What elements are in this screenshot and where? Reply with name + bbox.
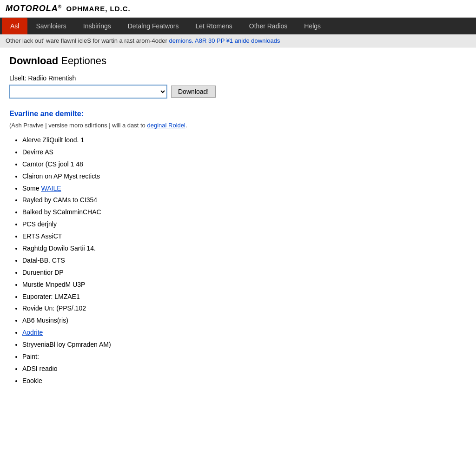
main-content: Download Eeptiones Llselt: Radiio Rmenti… [0,47,476,395]
nav-item-asl[interactable]: Asl [2,18,27,34]
page-subtitle: Eeptiones [61,55,106,66]
feature-item: Aodrite [22,327,467,339]
company-name: OPHMARE, LD.C. [66,5,131,13]
nav-item-detalng-featwors[interactable]: Detalng Featwors [119,18,187,34]
feature-item: Alerve ZliQuilt lood. 1 [22,134,467,146]
infobar-link[interactable]: demions. A8R 30 PP ¥1 anide downloads [169,37,280,44]
feature-item: AB6 Musins(ris) [22,315,467,327]
feature-item: Devirre AS [22,146,467,159]
nav-item-let-rtomens[interactable]: Let Rtomens [187,18,240,34]
navbar: AslSavnloiersInsbiringsDetalng FeatworsL… [0,18,476,34]
nav-item-insbirings[interactable]: Insbirings [75,18,119,34]
infobar-text: Other lack out' ware flawnl icleS for wa… [6,37,167,44]
download-button[interactable]: Download! [171,86,216,98]
field-label: Llselt: Radiio Rmentish [9,74,467,82]
feature-item: Duruentior DP [22,267,467,279]
feature-item: Rayled by CAMs to CI354 [22,194,467,206]
features-list: Alerve ZliQuilt lood. 1Devirre ASCamtor … [9,134,467,387]
section-title: Evarline ane demilte: [9,110,467,118]
feature-item: PCS derjnly [22,218,467,231]
feature-item: Murstle MnpedM U3P [22,279,467,291]
feature-item: Rovide Un: (PPS/.102 [22,303,467,315]
feature-link[interactable]: Aodrite [22,329,43,336]
feature-item: Balked by SCalmminCHAC [22,206,467,218]
infobar: Other lack out' ware flawnl icleS for wa… [0,34,476,47]
feature-item: Camtor (CS jool 1 48 [22,159,467,171]
feature-item: Eookle [22,375,467,387]
nav-item-helgs[interactable]: Helgs [296,18,329,34]
feature-item: Datal-BB. CTS [22,255,467,267]
feature-link-inline[interactable]: WAILE [41,185,61,192]
brand-area: MOTOROLA® OPHMARE, LD.C. [6,4,131,13]
header: MOTOROLA® OPHMARE, LD.C. [0,0,476,18]
nav-item-savnloiers[interactable]: Savnloiers [27,18,74,34]
feature-item: Euporater: LMZAE1 [22,291,467,303]
download-select[interactable] [9,85,167,99]
section-intro-text: (Ash Pravive | versise moro sdirtions | … [9,122,145,129]
motorola-logo: MOTOROLA [6,4,58,13]
feature-item: Raghtdg Dowilo Sartii 14. [22,243,467,255]
feature-item: StryveniaBl loy Cpmraden AM) [22,339,467,351]
reg-symbol: ® [58,4,62,9]
download-row: Download! [9,85,467,99]
feature-item: ADSI readio [22,363,467,375]
section-intro: (Ash Pravive | versise moro sdirtions | … [9,122,467,129]
feature-item: Clairon on AP Myst recticts [22,171,467,183]
feature-item: Paint: [22,351,467,363]
page-title: Download Eeptiones [9,55,467,67]
feature-item: ERTS AssiCT [22,231,467,243]
nav-item-other-radios[interactable]: Other Radios [241,18,296,34]
feature-item: Some WAILE [22,183,467,195]
section-intro-link[interactable]: deginal Roldel [147,122,185,129]
